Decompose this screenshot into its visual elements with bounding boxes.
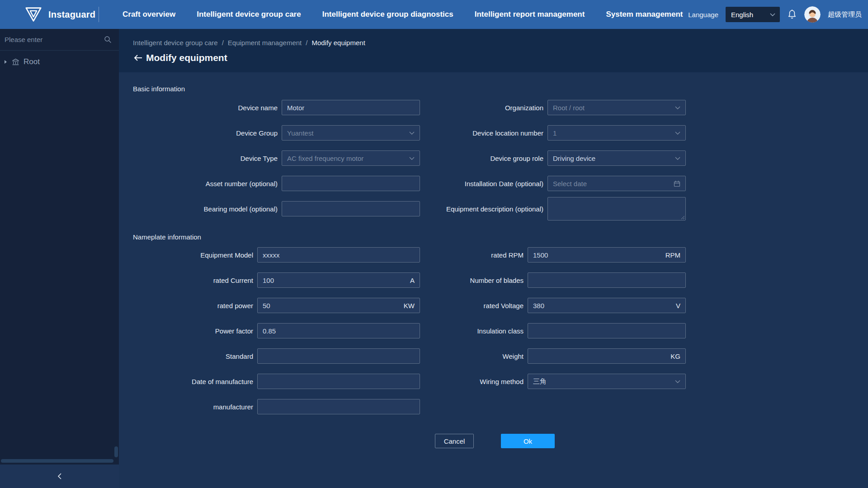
- field-value: 100: [263, 277, 406, 284]
- select-organization[interactable]: Root / root: [547, 100, 686, 115]
- field-device-location-number: Device location number1: [420, 125, 686, 141]
- breadcrumb-item-equipment-management[interactable]: Equipment management: [228, 39, 302, 47]
- field-insulation-class: Insulation class: [420, 323, 686, 338]
- unit-suffix: KW: [404, 302, 415, 310]
- input-rated-power[interactable]: 50KW: [257, 298, 420, 313]
- field-label: Device Group: [236, 129, 278, 137]
- breadcrumb-item-modify-equipment: Modify equipment: [311, 39, 365, 47]
- field-equipment-description-optional: Equipment description (optional): [420, 197, 686, 221]
- field-label: rated Voltage: [484, 302, 524, 310]
- select-device-group-role[interactable]: Driving device: [547, 150, 686, 166]
- select-device-type[interactable]: AC fixed frequency motor: [282, 150, 420, 166]
- field-device-name: Device nameMotor: [119, 100, 420, 115]
- caret-right-icon[interactable]: [5, 60, 7, 64]
- bell-icon[interactable]: [787, 9, 797, 20]
- form-content: Basic information Device nameMotorOrgani…: [119, 72, 868, 488]
- chevron-down-icon: [675, 380, 680, 383]
- input-equipment-model[interactable]: xxxxx: [257, 247, 420, 263]
- calendar-icon: [674, 180, 680, 187]
- back-button[interactable]: [133, 54, 143, 62]
- input-manufacturer[interactable]: [257, 399, 420, 414]
- field-value: Motor: [287, 104, 415, 112]
- input-insulation-class[interactable]: [528, 323, 686, 338]
- field-label: Asset number (optional): [206, 180, 278, 188]
- input-rated-rpm[interactable]: 1500RPM: [528, 247, 686, 263]
- section-heading-basic: Basic information: [119, 72, 868, 95]
- select-device-location-number[interactable]: 1: [547, 125, 686, 141]
- form-row: Device nameMotorOrganizationRoot / root: [119, 95, 868, 120]
- form-actions: Cancel Ok: [435, 434, 868, 448]
- form-row: Device TypeAC fixed frequency motorDevic…: [119, 145, 868, 171]
- input-number-of-blades[interactable]: [528, 272, 686, 288]
- field-value: 1: [553, 129, 671, 137]
- field-device-type: Device TypeAC fixed frequency motor: [119, 150, 420, 166]
- form-row: Bearing model (optional)Equipment descri…: [119, 196, 868, 221]
- field-label: Bearing model (optional): [204, 205, 278, 213]
- input-date-of-manufacture[interactable]: [257, 374, 420, 389]
- user-avatar[interactable]: [804, 6, 821, 23]
- search-placeholder: Please enter: [5, 36, 42, 43]
- bank-building-icon: [12, 58, 19, 66]
- search-icon[interactable]: [104, 36, 112, 43]
- nav-item-craft-overview[interactable]: Craft overview: [123, 10, 175, 19]
- input-rated-current[interactable]: 100A: [257, 272, 420, 288]
- instaguard-logo-icon: [24, 6, 42, 23]
- ok-button[interactable]: Ok: [501, 434, 555, 448]
- navbar-divider: [99, 7, 99, 22]
- sidebar-vertical-scrollbar[interactable]: [114, 446, 118, 457]
- nav-item-system-management[interactable]: System management: [606, 10, 683, 19]
- chevron-down-icon: [675, 106, 680, 109]
- input-device-name[interactable]: Motor: [282, 100, 420, 115]
- select-wiring-method[interactable]: 三角: [528, 374, 686, 389]
- textarea-equipment-description[interactable]: [547, 197, 686, 221]
- chevron-left-icon: [57, 473, 62, 480]
- input-bearing-model[interactable]: [282, 201, 420, 216]
- form-row: rated power50KWrated Voltage380V: [119, 293, 868, 318]
- field-rated-current: rated Current100A: [119, 272, 420, 288]
- input-power-factor[interactable]: 0.85: [257, 323, 420, 338]
- unit-suffix: RPM: [665, 251, 680, 259]
- sidebar-collapse-button[interactable]: [0, 465, 119, 488]
- select-device-group[interactable]: Yuantest: [282, 125, 420, 141]
- sidebar: Please enter Root: [0, 29, 119, 488]
- field-weight: WeightKG: [420, 348, 686, 364]
- nav-item-intelligent-report-management[interactable]: Intelligent report management: [475, 10, 585, 19]
- nav-item-intelligent-device-group-diagnostics[interactable]: Intelligent device group diagnostics: [322, 10, 453, 19]
- chevron-down-icon: [409, 131, 415, 135]
- field-label: Number of blades: [470, 277, 524, 284]
- cancel-button[interactable]: Cancel: [435, 434, 474, 448]
- field-label: Weight: [503, 352, 524, 360]
- unit-suffix: V: [676, 302, 680, 310]
- field-rated-rpm: rated RPM1500RPM: [420, 247, 686, 263]
- input-asset-number[interactable]: [282, 176, 420, 191]
- field-label: Installation Date (optional): [465, 180, 543, 188]
- tree-root-label: Root: [24, 57, 40, 66]
- field-label: Device name: [238, 104, 278, 112]
- form-row: Power factor0.85Insulation class: [119, 318, 868, 343]
- nav-item-intelligent-device-group-care[interactable]: Intelligent device group care: [197, 10, 301, 19]
- form-row: Device GroupYuantestDevice location numb…: [119, 120, 868, 145]
- chevron-down-icon: [675, 157, 680, 160]
- sidebar-tree-item-root[interactable]: Root: [0, 51, 119, 73]
- sidebar-horizontal-scrollbar[interactable]: [1, 459, 113, 463]
- form-row: rated Current100ANumber of blades: [119, 267, 868, 293]
- field-label: Device location number: [472, 129, 543, 137]
- field-organization: OrganizationRoot / root: [420, 100, 686, 115]
- basic-information-rows: Device nameMotorOrganizationRoot / rootD…: [119, 95, 868, 221]
- breadcrumb-item-intelligent-device-group-care[interactable]: Intelligent device group care: [133, 39, 218, 47]
- user-name: 超级管理员: [828, 10, 862, 19]
- date-installation-date[interactable]: Select date: [547, 176, 686, 191]
- input-standard[interactable]: [257, 348, 420, 364]
- field-label: Organization: [505, 104, 543, 112]
- input-rated-voltage[interactable]: 380V: [528, 298, 686, 313]
- field-value: AC fixed frequency motor: [287, 155, 406, 162]
- input-weight[interactable]: KG: [528, 348, 686, 364]
- field-value: Driving device: [553, 155, 671, 162]
- language-label: Language: [688, 11, 718, 19]
- field-label: Insulation class: [477, 327, 524, 335]
- sidebar-search-input[interactable]: Please enter: [0, 29, 119, 51]
- field-label: Power factor: [215, 327, 253, 335]
- field-value: 1500: [533, 251, 662, 259]
- language-select[interactable]: English: [726, 7, 780, 22]
- field-power-factor: Power factor0.85: [119, 323, 420, 338]
